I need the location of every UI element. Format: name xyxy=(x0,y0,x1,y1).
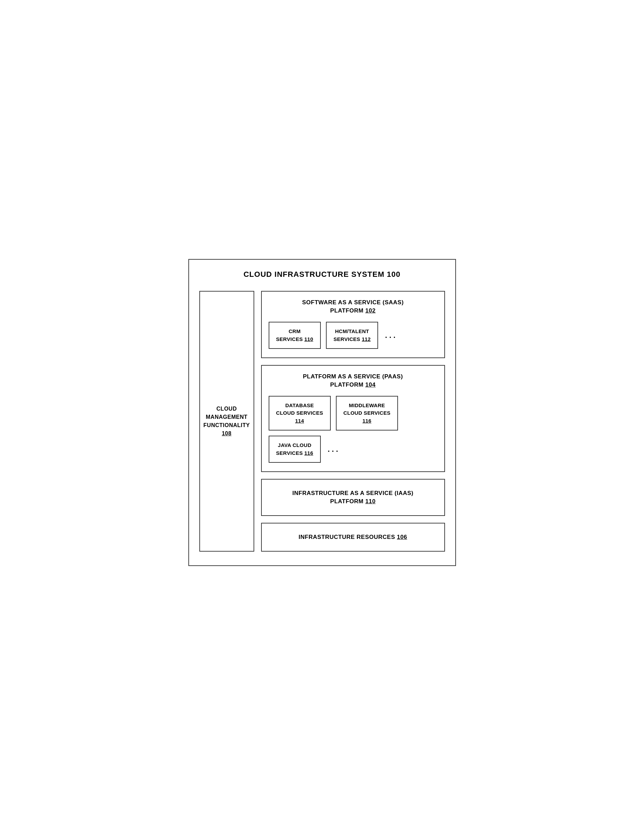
crm-service-box: CRM SERVICES 110 xyxy=(269,322,321,349)
page-container: CLOUD INFRASTRUCTURE SYSTEM 100 CLOUD MA… xyxy=(188,259,456,565)
outer-title-text: CLOUD INFRASTRUCTURE SYSTEM 100 xyxy=(244,270,401,278)
paas-row1: DATABASE CLOUD SERVICES 114 MIDDLEWARE C… xyxy=(269,396,437,431)
paas-row2: JAVA CLOUD SERVICES 116 ... xyxy=(269,436,437,463)
saas-services-row: CRM SERVICES 110 HCM/TALENT SERVICES 112… xyxy=(269,322,437,349)
paas-title-line2: PLATFORM xyxy=(330,382,363,388)
crm-number: 110 xyxy=(304,336,313,342)
paas-section: PLATFORM AS A SERVICE (PAAS) PLATFORM 10… xyxy=(261,365,445,472)
database-service-box: DATABASE CLOUD SERVICES 114 xyxy=(269,396,331,431)
saas-title: SOFTWARE AS A SERVICE (SAAS) PLATFORM 10… xyxy=(269,298,437,315)
infra-title-number: 106 xyxy=(397,534,407,540)
left-panel: CLOUD MANAGEMENT FUNCTIONALITY 108 xyxy=(199,291,254,551)
saas-title-number: 102 xyxy=(365,307,376,314)
database-text: DATABASE CLOUD SERVICES 114 xyxy=(276,402,323,425)
crm-line2: SERVICES xyxy=(276,336,303,342)
mgmt-line1: CLOUD xyxy=(216,406,237,412)
paas-title-number: 104 xyxy=(365,382,376,388)
db-number: 114 xyxy=(295,418,304,424)
main-layout: CLOUD MANAGEMENT FUNCTIONALITY 108 SOFTW… xyxy=(199,291,445,551)
iaas-title-line1: INFRASTRUCTURE AS A SERVICE (IAAS) xyxy=(292,490,414,496)
java-service-box: JAVA CLOUD SERVICES 116 xyxy=(269,436,321,463)
left-panel-text: CLOUD MANAGEMENT FUNCTIONALITY 108 xyxy=(204,405,250,438)
saas-title-line1: SOFTWARE AS A SERVICE (SAAS) xyxy=(302,299,403,306)
saas-title-line2: PLATFORM xyxy=(330,307,363,314)
iaas-text: INFRASTRUCTURE AS A SERVICE (IAAS) PLATF… xyxy=(269,489,437,506)
saas-dots: ... xyxy=(385,331,397,340)
java-number: 116 xyxy=(304,450,313,456)
paas-title: PLATFORM AS A SERVICE (PAAS) PLATFORM 10… xyxy=(269,372,437,389)
iaas-title-line2: PLATFORM xyxy=(330,498,363,505)
crm-line1: CRM xyxy=(289,328,301,334)
java-line1: JAVA CLOUD xyxy=(278,442,312,448)
paas-dots: ... xyxy=(327,445,340,454)
crm-text: CRM SERVICES 110 xyxy=(276,328,313,343)
mgmt-line3: FUNCTIONALITY xyxy=(204,422,250,428)
saas-section: SOFTWARE AS A SERVICE (SAAS) PLATFORM 10… xyxy=(261,291,445,358)
mgmt-line2: MANAGEMENT xyxy=(206,414,247,420)
mgmt-number: 108 xyxy=(222,431,231,436)
middleware-text: MIDDLEWARE CLOUD SERVICES 116 xyxy=(343,402,391,425)
infra-text: INFRASTRUCTURE RESOURCES 106 xyxy=(269,533,437,541)
hcm-line1: HCM/TALENT xyxy=(335,328,369,334)
hcm-number: 112 xyxy=(361,336,371,342)
java-text: JAVA CLOUD SERVICES 116 xyxy=(276,442,313,457)
hcm-text: HCM/TALENT SERVICES 112 xyxy=(334,328,371,343)
db-line2: CLOUD SERVICES xyxy=(276,410,323,416)
mw-number: 116 xyxy=(362,418,371,424)
java-line2: SERVICES xyxy=(276,450,303,456)
outer-title: CLOUD INFRASTRUCTURE SYSTEM 100 xyxy=(199,270,445,279)
middleware-service-box: MIDDLEWARE CLOUD SERVICES 116 xyxy=(336,396,398,431)
hcm-line2: SERVICES xyxy=(334,336,360,342)
iaas-title-number: 110 xyxy=(365,498,376,505)
right-panel: SOFTWARE AS A SERVICE (SAAS) PLATFORM 10… xyxy=(261,291,445,551)
mw-line2: CLOUD SERVICES xyxy=(343,410,391,416)
outer-box: CLOUD INFRASTRUCTURE SYSTEM 100 CLOUD MA… xyxy=(188,259,456,565)
infra-section: INFRASTRUCTURE RESOURCES 106 xyxy=(261,523,445,552)
hcm-service-box: HCM/TALENT SERVICES 112 xyxy=(326,322,378,349)
mw-line1: MIDDLEWARE xyxy=(349,402,385,408)
db-line1: DATABASE xyxy=(285,402,314,408)
infra-title-line1: INFRASTRUCTURE RESOURCES xyxy=(298,534,395,540)
iaas-section: INFRASTRUCTURE AS A SERVICE (IAAS) PLATF… xyxy=(261,479,445,516)
paas-title-line1: PLATFORM AS A SERVICE (PAAS) xyxy=(303,373,403,380)
